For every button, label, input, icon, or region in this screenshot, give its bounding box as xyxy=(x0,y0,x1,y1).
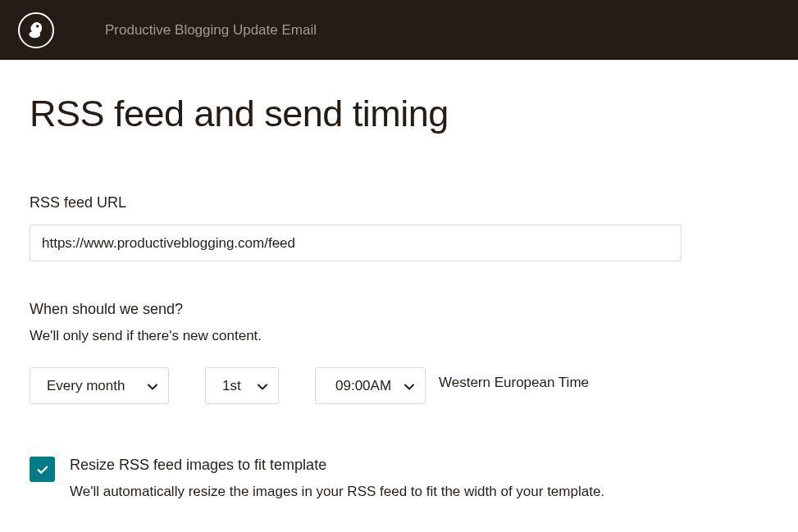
campaign-name[interactable]: Productive Blogging Update Email xyxy=(105,22,317,39)
frequency-select-wrap: Every month xyxy=(30,367,169,404)
resize-images-option: Resize RSS feed images to fit template W… xyxy=(30,457,725,500)
time-value: 09:00AM xyxy=(335,378,391,394)
svg-point-0 xyxy=(30,30,41,38)
resize-images-content: Resize RSS feed images to fit template W… xyxy=(70,457,604,500)
page-title: RSS feed and send timing xyxy=(30,93,725,135)
day-value: 1st xyxy=(222,378,241,394)
time-select[interactable]: 09:00AM xyxy=(315,367,426,404)
checkmark-icon xyxy=(35,462,50,477)
main-content: RSS feed and send timing RSS feed URL Wh… xyxy=(0,60,755,532)
timezone-label: Western European Time xyxy=(439,375,589,391)
resize-images-checkbox[interactable] xyxy=(30,457,55,482)
top-header: Productive Blogging Update Email xyxy=(0,0,798,60)
mailchimp-logo-icon[interactable] xyxy=(18,12,54,48)
resize-images-description: We'll automatically resize the images in… xyxy=(70,484,604,500)
day-select[interactable]: 1st xyxy=(205,367,279,404)
rss-url-label: RSS feed URL xyxy=(30,194,725,211)
svg-point-1 xyxy=(39,26,41,29)
schedule-selects-row: Every month 1st 09:00AM xyxy=(30,367,725,404)
frequency-select[interactable]: Every month xyxy=(30,367,169,404)
send-schedule-heading: When should we send? xyxy=(30,301,725,318)
resize-images-label: Resize RSS feed images to fit template xyxy=(70,457,604,474)
frequency-value: Every month xyxy=(47,378,125,394)
send-schedule-helper: We'll only send if there's new content. xyxy=(30,328,725,344)
rss-url-input[interactable] xyxy=(30,225,682,261)
day-select-wrap: 1st xyxy=(205,367,279,404)
rss-url-section: RSS feed URL xyxy=(30,194,725,261)
send-schedule-section: When should we send? We'll only send if … xyxy=(30,301,725,404)
time-select-wrap: 09:00AM xyxy=(315,367,426,404)
logo-container xyxy=(16,11,56,50)
